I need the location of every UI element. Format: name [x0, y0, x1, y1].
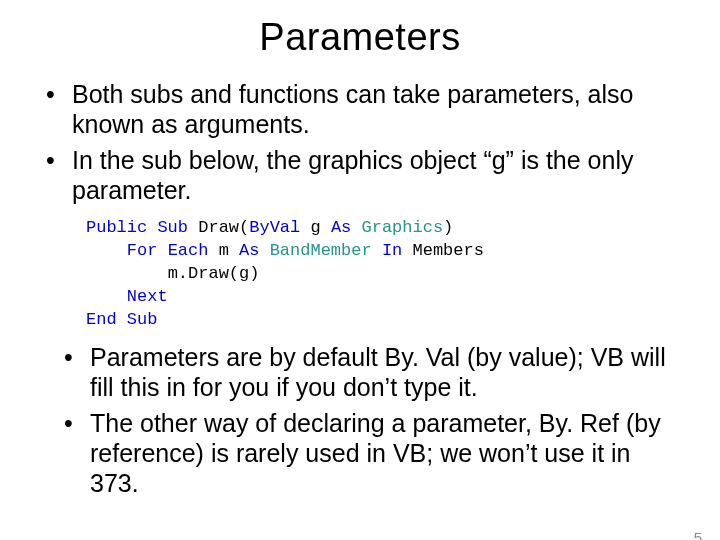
code-keyword: Sub: [127, 310, 158, 329]
code-block: Public Sub Draw(ByVal g As Graphics) For…: [86, 217, 720, 332]
code-keyword: As: [239, 241, 259, 260]
code-text: [259, 241, 269, 260]
code-keyword: In: [382, 241, 402, 260]
page-number: 5: [694, 529, 702, 540]
code-text: [351, 218, 361, 237]
bullet-item: The other way of declaring a parameter, …: [64, 408, 684, 498]
code-keyword: ByVal: [249, 218, 300, 237]
code-text: [86, 287, 127, 306]
code-keyword: Sub: [157, 218, 188, 237]
bullet-item: Both subs and functions can take paramet…: [46, 79, 684, 139]
code-keyword: As: [331, 218, 351, 237]
slide-title: Parameters: [0, 16, 720, 59]
code-keyword: Each: [168, 241, 209, 260]
code-text: g: [300, 218, 331, 237]
code-text: ): [443, 218, 453, 237]
code-keyword: Public: [86, 218, 147, 237]
code-text: [117, 310, 127, 329]
top-bullet-list: Both subs and functions can take paramet…: [0, 79, 720, 205]
code-text: [86, 241, 127, 260]
code-text: Members: [402, 241, 484, 260]
code-text: Draw(: [188, 218, 249, 237]
code-type: BandMember: [270, 241, 372, 260]
code-text: m.Draw(g): [168, 264, 260, 283]
code-text: [86, 264, 168, 283]
bottom-bullet-list: Parameters are by default By. Val (by va…: [0, 342, 720, 498]
code-keyword: End: [86, 310, 117, 329]
code-keyword: For: [127, 241, 158, 260]
code-keyword: Next: [127, 287, 168, 306]
code-text: [372, 241, 382, 260]
code-text: [157, 241, 167, 260]
bullet-item: Parameters are by default By. Val (by va…: [64, 342, 684, 402]
bullet-item: In the sub below, the graphics object “g…: [46, 145, 684, 205]
code-text: m: [208, 241, 239, 260]
code-type: Graphics: [361, 218, 443, 237]
